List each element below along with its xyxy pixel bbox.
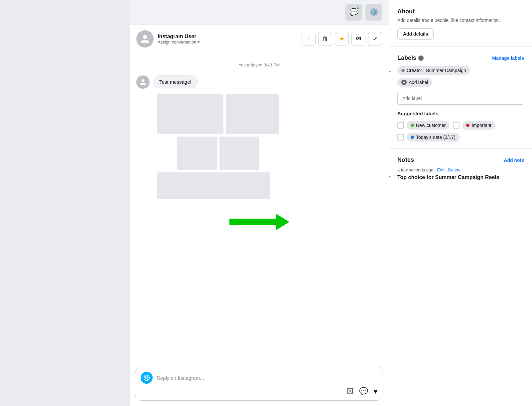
label-dot (401, 69, 405, 72)
about-description: Add details about people, like contact i… (397, 18, 524, 23)
labels-info-icon: i (418, 55, 424, 61)
notification-dot (356, 7, 359, 10)
assign-conversation-button[interactable]: Assign conversation ▾ (158, 40, 298, 45)
note-meta: a few seconds ago · Edit · Delete (397, 167, 524, 172)
user-avatar-icon (140, 34, 150, 44)
settings-button[interactable]: ⚙️ (365, 4, 382, 21)
important-pill: Important (462, 121, 495, 130)
left-spacer (0, 0, 130, 406)
manage-labels-link[interactable]: Manage labels (492, 55, 524, 61)
svg-marker-4 (389, 65, 391, 78)
chat-container: 💬 ⚙️ Instagram User Assign conversation … (130, 0, 389, 406)
alert-button[interactable]: ❕ (302, 32, 316, 46)
suggested-label-todays-date: Today's date (3/17) (397, 133, 460, 142)
note-time: a few seconds ago (397, 167, 433, 172)
notes-section: Notes Add note a few seconds ago · Edit … (389, 149, 532, 187)
message-bubble: Test message! (153, 75, 198, 88)
heart-icon[interactable]: ♥ (373, 387, 378, 396)
green-arrow-label-icon (389, 65, 391, 78)
star-button[interactable]: ★ (335, 32, 349, 46)
blur-row-1 (157, 94, 382, 134)
add-note-link[interactable]: Add note (504, 157, 524, 163)
add-details-button[interactable]: Add details (397, 28, 434, 40)
image-icon[interactable]: 🖼 (346, 387, 354, 396)
new-customer-pill: New customer (407, 121, 450, 130)
messages-area: Yesterday at 3:48 PM Test message! (130, 53, 389, 361)
user-avatar (136, 30, 154, 48)
important-checkbox[interactable] (453, 122, 460, 129)
todays-date-label: Today's date (3/17) (416, 135, 456, 140)
existing-label-row: Creator | Summer Campaign (397, 66, 524, 78)
about-section: About Add details about people, like con… (389, 0, 532, 47)
blur-block-2 (226, 94, 279, 134)
todays-date-dot (411, 136, 414, 139)
gear-icon: ⚙️ (369, 8, 378, 17)
green-arrow-notes-container (136, 211, 382, 233)
add-label-btn-text: Add label (409, 80, 428, 85)
suggested-label-important: Important (453, 121, 495, 130)
check-icon: ✓ (373, 35, 378, 43)
labels-section: Labels i Manage labels Creator | Summer … (389, 47, 532, 149)
sender-avatar (136, 75, 150, 89)
labels-header: Labels i Manage labels (397, 54, 524, 61)
speech-bubble-icon[interactable]: 💬 (359, 387, 368, 396)
conversation-header: Instagram User Assign conversation ▾ ❕ 🗑… (130, 25, 389, 53)
suggested-label-new-customer: New customer (397, 121, 450, 130)
note-separator-2: · (446, 167, 448, 172)
check-button[interactable]: ✓ (368, 32, 382, 46)
message-row: Test message! (136, 75, 382, 89)
notes-title: Notes (397, 156, 414, 163)
todays-date-checkbox[interactable] (397, 134, 404, 141)
blurred-media-section (157, 94, 382, 199)
conversation-actions: ❕ 🗑 ★ ✉ ✓ (302, 32, 382, 46)
green-arrow-label-container (389, 65, 391, 79)
label-text: Creator | Summer Campaign (407, 68, 466, 73)
about-title: About (397, 8, 524, 15)
sender-avatar-icon (139, 78, 147, 86)
existing-label-tag: Creator | Summer Campaign (397, 66, 470, 75)
reply-input-row: Reply on Instagram... (141, 372, 378, 384)
note-text: Top choice for Summer Campaign Reels (397, 174, 499, 180)
green-arrow-note-icon (389, 170, 391, 183)
trash-icon: 🗑 (322, 36, 328, 43)
reply-area: Reply on Instagram... 🖼 💬 ♥ (135, 367, 383, 401)
note-edit-link[interactable]: Edit (437, 167, 444, 172)
svg-marker-5 (389, 170, 391, 183)
labels-title-row: Labels i (397, 54, 424, 61)
top-bar: 💬 ⚙️ (130, 0, 389, 25)
new-customer-dot (411, 124, 414, 127)
alert-icon: ❕ (305, 35, 312, 43)
new-customer-label: New customer (416, 123, 446, 128)
important-label: Important (471, 123, 491, 128)
new-customer-checkbox[interactable] (397, 122, 404, 129)
blur-block-5 (157, 172, 270, 199)
add-label-button[interactable]: − Add label (397, 78, 432, 87)
instagram-icon (141, 372, 153, 384)
chat-notification-button[interactable]: 💬 (345, 4, 362, 21)
user-info: Instagram User Assign conversation ▾ (158, 34, 298, 45)
svg-marker-0 (229, 214, 289, 230)
important-dot (466, 124, 469, 127)
blur-block-4 (219, 137, 259, 170)
todays-date-pill: Today's date (3/17) (407, 133, 460, 142)
note-text-row: Top choice for Summer Campaign Reels (397, 174, 524, 180)
mail-button[interactable]: ✉ (351, 32, 365, 46)
trash-button[interactable]: 🗑 (318, 32, 332, 46)
timestamp-label: Yesterday at 3:48 PM (136, 62, 382, 67)
add-label-input[interactable] (397, 92, 524, 105)
green-arrow-notes-icon (229, 214, 289, 230)
star-icon: ★ (339, 35, 344, 43)
suggested-labels-grid: New customer Important Today's date (3/1… (397, 121, 524, 142)
notes-header: Notes Add note (397, 156, 524, 163)
green-arrow-note-container (389, 170, 391, 185)
instagram-globe-icon (143, 374, 150, 381)
right-sidebar: About Add details about people, like con… (389, 0, 532, 406)
blur-block-1 (157, 94, 223, 134)
labels-title: Labels (397, 54, 416, 61)
blur-row-3 (157, 172, 382, 199)
suggested-labels-title: Suggested labels (397, 111, 524, 116)
minus-icon: − (401, 80, 407, 85)
reply-placeholder[interactable]: Reply on Instagram... (157, 375, 378, 381)
note-delete-link[interactable]: Delete (448, 167, 461, 172)
reply-actions: 🖼 💬 ♥ (141, 387, 378, 396)
